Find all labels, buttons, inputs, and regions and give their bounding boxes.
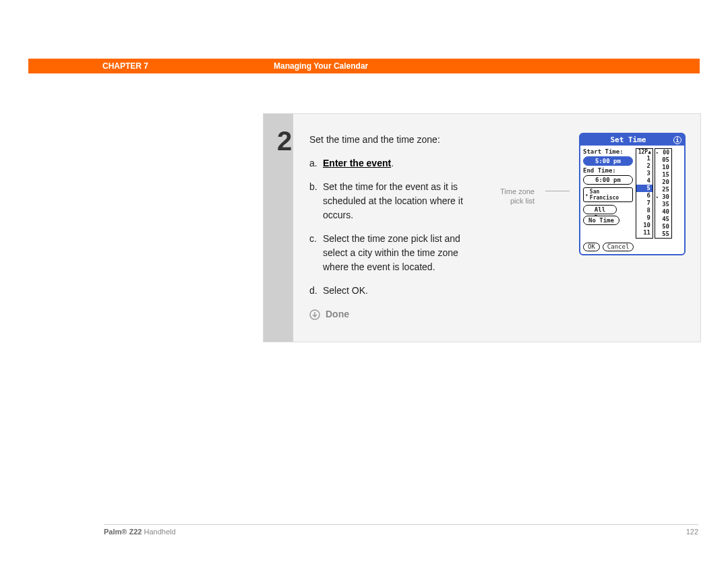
- minute-cell[interactable]: 50: [655, 223, 671, 230]
- chapter-number: CHAPTER 7: [102, 61, 148, 71]
- palm-action-row: OK Cancel: [580, 241, 684, 254]
- step-content-block: 2 Set the time and the time zone: a. Ent…: [263, 113, 701, 342]
- timezone-value: San Francisco: [590, 189, 631, 201]
- list-marker: d.: [309, 284, 323, 298]
- list-marker: b.: [309, 180, 323, 222]
- step-number: 2: [264, 114, 293, 342]
- list-marker: c.: [309, 232, 323, 274]
- timezone-picklist[interactable]: ▾ San Francisco: [583, 187, 633, 202]
- minute-cell[interactable]: 10: [655, 164, 671, 171]
- hour-cell[interactable]: 4: [636, 177, 653, 185]
- minute-cell[interactable]: 35: [655, 201, 671, 208]
- list-marker: a.: [309, 156, 323, 170]
- chapter-header-bar: CHAPTER 7 Managing Your Calendar: [28, 59, 700, 73]
- link-suffix: .: [391, 158, 394, 168]
- start-time-value[interactable]: 5:00 pm: [583, 156, 633, 166]
- palm-dialog: Set Time i Start Time: 5:00 pm End Time:…: [579, 133, 686, 255]
- device-screenshot: Set Time i Start Time: 5:00 pm End Time:…: [579, 133, 687, 321]
- hour-cell[interactable]: 7: [636, 199, 653, 207]
- hour-cell[interactable]: 5: [636, 185, 653, 192]
- step-body: Set the time and the time zone: a. Enter…: [293, 114, 700, 342]
- info-icon[interactable]: i: [673, 136, 681, 144]
- start-time-label: Start Time:: [583, 148, 633, 155]
- list-body: Set the time for the event as it is sche…: [323, 180, 478, 222]
- list-body: Enter the event.: [323, 156, 478, 170]
- all-day-button[interactable]: All Day: [583, 205, 617, 214]
- hour-cell[interactable]: 10: [636, 222, 653, 229]
- step-item-b: b. Set the time for the event as it is s…: [309, 180, 478, 222]
- chapter-title: Managing Your Calendar: [274, 61, 368, 71]
- palm-body: Start Time: 5:00 pm End Time: 6:00 pm ▾ …: [580, 146, 684, 241]
- step-item-c: c. Select the time zone pick list and se…: [309, 232, 478, 274]
- enter-event-link[interactable]: Enter the event: [323, 158, 391, 168]
- ok-button[interactable]: OK: [583, 243, 600, 251]
- step-intro: Set the time and the time zone:: [309, 133, 478, 147]
- hour-cell[interactable]: 2: [636, 162, 653, 170]
- hour-cell[interactable]: 11: [636, 229, 653, 237]
- cancel-button[interactable]: Cancel: [603, 243, 634, 251]
- palm-time-columns: 12P▲ 1234567891011 00 051015202530354045…: [636, 148, 672, 239]
- page-footer: Palm® Z22 Handheld 122: [104, 524, 698, 536]
- done-label: Done: [326, 307, 349, 321]
- palm-title-text: Set Time: [583, 135, 673, 144]
- minute-cell[interactable]: 25: [655, 186, 671, 193]
- end-time-label: End Time:: [583, 167, 633, 174]
- hour-column[interactable]: 12P▲ 1234567891011: [636, 148, 653, 239]
- end-time-value[interactable]: 6:00 pm: [583, 175, 633, 185]
- minute-cell[interactable]: 15: [655, 171, 671, 179]
- callout-line: [544, 133, 570, 321]
- product-rest: Handheld: [142, 528, 175, 536]
- hour-cell[interactable]: 3: [636, 170, 653, 177]
- hour-cell[interactable]: 9: [636, 214, 653, 222]
- dropdown-icon: ▾: [585, 192, 588, 198]
- no-time-button[interactable]: No Time: [583, 216, 619, 225]
- down-arrow-icon: [309, 309, 320, 320]
- hour-cell[interactable]: 1: [636, 155, 653, 162]
- hour-header: 12P▲: [636, 149, 653, 155]
- list-body: Select OK.: [323, 284, 478, 298]
- product-name: Palm® Z22 Handheld: [104, 528, 176, 536]
- minute-cell[interactable]: 05: [655, 156, 671, 164]
- list-body: Select the time zone pick list and selec…: [323, 232, 478, 274]
- done-indicator: Done: [309, 307, 478, 321]
- minute-cell[interactable]: 45: [655, 216, 671, 223]
- product-bold: Palm® Z22: [104, 528, 142, 536]
- minute-cell[interactable]: 55: [655, 230, 671, 238]
- hour-cell[interactable]: 8: [636, 207, 653, 214]
- hour-cell[interactable]: 6: [636, 192, 653, 199]
- callout-label: Time zone pick list: [487, 133, 535, 321]
- page-number: 122: [686, 528, 698, 536]
- palm-controls: Start Time: 5:00 pm End Time: 6:00 pm ▾ …: [583, 148, 633, 239]
- instruction-text: Set the time and the time zone: a. Enter…: [309, 133, 478, 321]
- step-item-d: d. Select OK.: [309, 284, 478, 298]
- palm-titlebar: Set Time i: [580, 134, 684, 146]
- minute-header: 00: [655, 149, 671, 156]
- minute-column[interactable]: 00 0510152025303540455055: [655, 148, 672, 239]
- minute-cell[interactable]: 40: [655, 208, 671, 216]
- step-item-a: a. Enter the event.: [309, 156, 478, 170]
- minute-cell[interactable]: 30: [655, 193, 671, 201]
- minute-cell[interactable]: 20: [655, 179, 671, 186]
